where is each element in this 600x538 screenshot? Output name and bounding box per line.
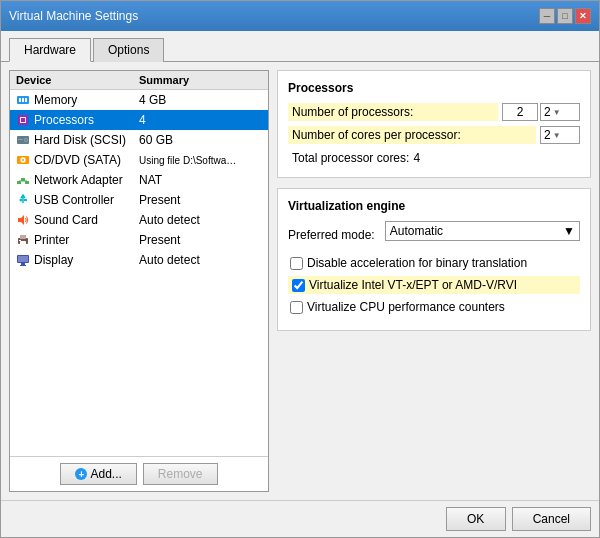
- virtualize-intel-label: Virtualize Intel VT-x/EPT or AMD-V/RVI: [309, 278, 517, 292]
- device-list: Memory 4 GB Processors 4: [10, 90, 268, 456]
- chevron-down-icon-3: ▼: [563, 224, 575, 238]
- svg-rect-29: [21, 263, 25, 265]
- virtualize-intel-checkbox[interactable]: [292, 279, 305, 292]
- virtual-machine-settings-window: Virtual Machine Settings ─ □ ✕ Hardware …: [0, 0, 600, 538]
- device-list-header: Device Summary: [10, 71, 268, 90]
- svg-marker-22: [18, 215, 24, 225]
- device-row-processors[interactable]: Processors 4: [10, 110, 268, 130]
- processors-section: Processors Number of processors: 2 ▼ Num…: [277, 70, 591, 178]
- disable-accel-label: Disable acceleration for binary translat…: [307, 256, 527, 270]
- title-bar-controls: ─ □ ✕: [539, 8, 591, 24]
- maximize-button[interactable]: □: [557, 8, 573, 24]
- preferred-mode-row: Preferred mode: Automatic ▼: [288, 221, 580, 249]
- preferred-mode-select[interactable]: Automatic ▼: [385, 221, 580, 241]
- svg-rect-24: [20, 235, 26, 239]
- svg-rect-30: [20, 265, 26, 266]
- device-name-network: Network Adapter: [34, 173, 123, 187]
- col-summary-header: Summary: [139, 74, 262, 86]
- device-row-soundcard[interactable]: Sound Card Auto detect: [10, 210, 268, 230]
- footer-bar: OK Cancel: [1, 500, 599, 537]
- svg-rect-3: [25, 98, 27, 102]
- svg-rect-26: [19, 240, 21, 241]
- device-name-usb: USB Controller: [34, 193, 114, 207]
- svg-rect-2: [22, 98, 24, 102]
- device-name-printer: Printer: [34, 233, 69, 247]
- cpu-icon: [16, 113, 30, 127]
- device-row-display[interactable]: Display Auto detect: [10, 250, 268, 270]
- svg-rect-21: [24, 199, 27, 201]
- total-cores-label: Total processor cores:: [292, 151, 409, 165]
- device-summary-usb: Present: [139, 193, 262, 207]
- processors-title: Processors: [288, 81, 580, 95]
- title-bar: Virtual Machine Settings ─ □ ✕: [1, 1, 599, 31]
- remove-button[interactable]: Remove: [143, 463, 218, 485]
- svg-rect-28: [18, 256, 28, 262]
- num-cores-row: Number of cores per processor: 2 ▼: [288, 126, 580, 144]
- add-button[interactable]: + Add...: [60, 463, 136, 485]
- device-row-memory[interactable]: Memory 4 GB: [10, 90, 268, 110]
- virtualize-intel-row: Virtualize Intel VT-x/EPT or AMD-V/RVI: [288, 276, 580, 294]
- usb-icon: [16, 193, 30, 207]
- add-icon: +: [75, 468, 87, 480]
- device-summary-harddisk: 60 GB: [139, 133, 262, 147]
- disable-accel-row: Disable acceleration for binary translat…: [288, 254, 580, 272]
- virtualize-cpu-row: Virtualize CPU performance counters: [288, 298, 580, 316]
- device-name-display: Display: [34, 253, 73, 267]
- device-row-cddvd[interactable]: CD/DVD (SATA) Using file D:\Software\Ins…: [10, 150, 268, 170]
- disable-accel-checkbox[interactable]: [290, 257, 303, 270]
- hdd-icon: [16, 133, 30, 147]
- num-cores-dropdown[interactable]: 2 ▼: [540, 126, 580, 144]
- num-processors-label: Number of processors:: [288, 103, 498, 121]
- svg-rect-10: [18, 139, 23, 140]
- num-processors-row: Number of processors: 2 ▼: [288, 103, 580, 121]
- memory-icon: [16, 93, 30, 107]
- sound-icon: [16, 213, 30, 227]
- device-summary-printer: Present: [139, 233, 262, 247]
- device-summary-memory: 4 GB: [139, 93, 262, 107]
- virtualization-title: Virtualization engine: [288, 199, 580, 213]
- close-button[interactable]: ✕: [575, 8, 591, 24]
- svg-rect-6: [21, 118, 25, 122]
- virtualize-cpu-checkbox[interactable]: [290, 301, 303, 314]
- device-summary-cddvd: Using file D:\Software\Insider Previe...: [139, 155, 239, 166]
- preferred-mode-value: Automatic: [390, 224, 443, 238]
- device-row-usb[interactable]: USB Controller Present: [10, 190, 268, 210]
- display-icon: [16, 253, 30, 267]
- device-row-printer[interactable]: Printer Present: [10, 230, 268, 250]
- minimize-button[interactable]: ─: [539, 8, 555, 24]
- num-processors-dropdown[interactable]: 2 ▼: [540, 103, 580, 121]
- total-cores-row: Total processor cores: 4: [288, 149, 580, 167]
- tab-options[interactable]: Options: [93, 38, 164, 62]
- tab-bar: Hardware Options: [1, 31, 599, 62]
- preferred-mode-label: Preferred mode:: [288, 228, 375, 242]
- cancel-button[interactable]: Cancel: [512, 507, 591, 531]
- chevron-down-icon: ▼: [553, 108, 561, 117]
- tab-hardware[interactable]: Hardware: [9, 38, 91, 62]
- network-icon: [16, 173, 30, 187]
- device-row-harddisk[interactable]: Hard Disk (SCSI) 60 GB: [10, 130, 268, 150]
- device-list-panel: Device Summary Memory 4 GB: [9, 70, 269, 492]
- device-panel-buttons: + Add... Remove: [10, 456, 268, 491]
- main-content: Device Summary Memory 4 GB: [1, 62, 599, 500]
- device-summary-network: NAT: [139, 173, 262, 187]
- svg-point-20: [20, 199, 23, 202]
- cdrom-icon: [16, 153, 30, 167]
- virtualize-cpu-label: Virtualize CPU performance counters: [307, 300, 505, 314]
- svg-rect-25: [20, 241, 26, 245]
- virtualization-section: Virtualization engine Preferred mode: Au…: [277, 188, 591, 331]
- svg-rect-1: [19, 98, 21, 102]
- total-cores-value: 4: [413, 151, 420, 165]
- device-summary-processors: 4: [139, 113, 262, 127]
- device-name-memory: Memory: [34, 93, 77, 107]
- svg-point-9: [25, 139, 27, 141]
- device-summary-display: Auto detect: [139, 253, 262, 267]
- num-processors-input[interactable]: [502, 103, 538, 121]
- ok-button[interactable]: OK: [446, 507, 506, 531]
- svg-point-13: [22, 159, 24, 161]
- device-name-cddvd: CD/DVD (SATA): [34, 153, 121, 167]
- device-name-harddisk: Hard Disk (SCSI): [34, 133, 126, 147]
- chevron-down-icon-2: ▼: [553, 131, 561, 140]
- window-title: Virtual Machine Settings: [9, 9, 138, 23]
- device-name-processors: Processors: [34, 113, 94, 127]
- device-row-network[interactable]: Network Adapter NAT: [10, 170, 268, 190]
